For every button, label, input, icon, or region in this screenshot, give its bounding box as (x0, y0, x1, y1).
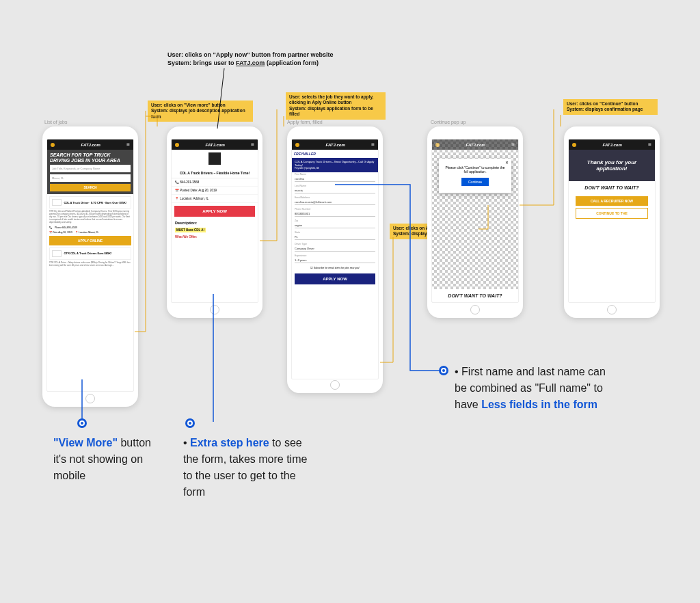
driver-type-select[interactable]: Company Driver (295, 246, 375, 252)
annotation-view-more: "View More" button it's not showing on m… (53, 435, 156, 484)
note-line: System: displays confirmation page (567, 107, 654, 112)
dont-wait-heading: DON'T WANT TO WAIT? (569, 181, 655, 194)
job-detail-title: CDL A Truck Drivers – Flexible Home Time… (172, 168, 258, 178)
annotation-strong: "View More" (53, 437, 118, 448)
hero-title: SEARCH FOR TOP TRUCK DRIVING JOBS IN YOU… (50, 152, 131, 163)
apply-now-button[interactable]: APPLY NOW (174, 206, 255, 217)
menu-icon[interactable]: ≡ (251, 142, 254, 148)
app-header: FATJ.com ≡ (172, 139, 258, 150)
menu-icon[interactable]: ≡ (126, 142, 130, 148)
thanks-line1: Thank you for your (571, 159, 652, 165)
app-header: FATJ.com ≡ (432, 139, 518, 150)
phone-input[interactable]: 8053005001 (295, 211, 375, 217)
menu-icon[interactable]: ≡ (371, 142, 375, 148)
app-header: FATJ.com ≡ (292, 139, 378, 150)
job-title: CDL A Truck Driver · $.70 CPM · Earn Ove… (64, 201, 126, 204)
brand-text: FATJ.com (466, 143, 485, 147)
annotation-extra-step: • Extra step here to see the form, takes… (183, 435, 313, 500)
last-name-input[interactable]: murcia (295, 188, 375, 193)
phone-continue-popup: FATJ.com ≡ ✕ Please click "Continue" to … (427, 126, 523, 318)
thanks-hero: Thank you for your application! (569, 150, 655, 181)
job-meta: 📅 Date Aug 26, 2019 📍 Location Miami, FL (49, 231, 131, 234)
job-card[interactable]: CDL A Truck Driver · $.70 CPM · Earn Ove… (49, 196, 131, 209)
close-icon[interactable]: ✕ (505, 160, 509, 165)
menu-icon[interactable]: ≡ (511, 142, 515, 148)
job-description: OTR Dry Van and Flatbed Positions Availa… (49, 211, 131, 224)
apply-now-submit[interactable]: APPLY NOW (295, 273, 375, 284)
screen-label-1: List of jobs (44, 120, 67, 124)
note-line: System: displays job description applica… (151, 108, 250, 120)
yellow-note-2: User: selects the job they want to apply… (286, 92, 386, 120)
detail-location: 📍 Location: Addison, IL (172, 195, 258, 203)
note-line: User: clicks on "Continue" button (567, 101, 654, 107)
continue-to-button[interactable]: CONTINUE TO THE (576, 208, 648, 219)
logo-dot-icon (175, 143, 179, 147)
screen-label-2: Apply form, filled (287, 120, 323, 124)
search-input[interactable]: Job Title, Keywords, or Company Name (50, 165, 131, 172)
logo-dot-icon (572, 143, 576, 147)
zip-input[interactable]: region (295, 223, 375, 228)
email-input[interactable]: carolina.murcia@fullstack.com (295, 200, 375, 205)
home-button-icon (85, 394, 95, 403)
annotation-strong: Less fields in the form (481, 399, 597, 410)
note-line: User: selects the job they want to apply… (289, 94, 382, 106)
job-card-2[interactable]: OTR CDL A Truck Drivers Earn $85K! (49, 247, 131, 260)
call-recruiter-button[interactable]: CALL A RECRUITER NOW (576, 196, 648, 206)
thanks-line2: application! (571, 165, 652, 172)
description-label: Description: (172, 219, 258, 226)
brand-text: FATJ.com (603, 143, 622, 147)
detail-phone: 📞 844-201-3568 (172, 178, 258, 187)
bullet-icon (77, 418, 87, 428)
hero-search: SEARCH FOR TOP TRUCK DRIVING JOBS IN YOU… (47, 150, 133, 194)
job-title-2: OTR CDL A Truck Drivers Earn $85K! (64, 252, 111, 255)
job-phone: Phone 844-895-4509 (55, 226, 77, 229)
requirement-highlight: MUST Have CDL A! (175, 228, 206, 232)
subscribe-checkbox[interactable]: ☑ Subscribe for email alerts for jobs ne… (292, 265, 378, 271)
home-button-icon (330, 380, 340, 390)
job-banner: CDL A Company Truck Drivers - Great Oppo… (292, 158, 378, 172)
phone-apply-form: FATJ.com ≡ FREYMILLER CDL A Company Truc… (287, 126, 383, 393)
menu-icon[interactable]: ≡ (648, 142, 651, 148)
first-name-input[interactable]: carolina (295, 176, 375, 182)
logo-dot-icon (435, 143, 440, 147)
home-button-icon (210, 305, 219, 314)
flow-note-top: User: clicks on "Apply now" button from … (167, 51, 334, 67)
screen-label-3: Continue pop up (431, 120, 466, 124)
freymiller-logo: FREYMILLER (294, 152, 376, 156)
yellow-note-1: User: clicks on "View more" button Syste… (148, 100, 253, 122)
job-date: Date Aug 26, 2019 (53, 231, 72, 234)
bullet-icon (439, 366, 448, 375)
phone-list-of-jobs: FATJ.com ≡ SEARCH FOR TOP TRUCK DRIVING … (42, 126, 138, 407)
continue-popup: ✕ Please click "Continue" to complete th… (439, 159, 511, 193)
note-line: System: displays application form to be … (289, 106, 382, 118)
company-logo (208, 152, 221, 165)
home-button-icon (607, 305, 617, 314)
popup-text: Please click "Continue" to complete the … (443, 165, 507, 174)
phone-meta: 📞Phone 844-895-4509 (49, 226, 131, 229)
brand-text: FATJ.com (81, 143, 100, 147)
detail-posted: 📅 Posted Date: Aug 20, 2019 (172, 187, 258, 195)
brand-text: FATJ.com (326, 143, 345, 147)
dont-wait-heading: DON'T WANT TO WAIT? (432, 289, 518, 302)
state-input[interactable]: FL (295, 234, 375, 240)
brand-text: FATJ.com (206, 143, 225, 147)
logo-dot-icon (295, 143, 299, 147)
search-button[interactable]: SEARCH (50, 184, 131, 191)
job-location: Location Miami, FL (79, 231, 99, 234)
logo-dot-icon (51, 143, 55, 147)
phone-confirmation: FATJ.com ≡ Thank you for your applicatio… (564, 126, 660, 318)
location-input[interactable]: Miami, FL (50, 174, 131, 182)
banner-subtitle: Freymiller | Springfield, VA (295, 168, 375, 170)
company-logo-2 (52, 250, 62, 257)
annotation-strong: Extra step here (190, 437, 269, 448)
phone-job-detail: FATJ.com ≡ CDL A Truck Drivers – Flexibl… (167, 126, 262, 318)
apply-online-button[interactable]: APPLY ONLINE (49, 236, 131, 245)
continue-button[interactable]: Continue (461, 178, 489, 186)
home-button-icon (470, 305, 480, 314)
experience-select[interactable]: 1–3 years (295, 258, 375, 263)
company-logo (52, 199, 62, 206)
annotation-full-name: • First name and last name can be combin… (455, 364, 619, 413)
app-header: FATJ.com ≡ (569, 139, 655, 150)
note-line: User: clicks on "View more" button (151, 103, 250, 108)
yellow-note-4: User: clicks on "Continue" button System… (563, 99, 658, 115)
